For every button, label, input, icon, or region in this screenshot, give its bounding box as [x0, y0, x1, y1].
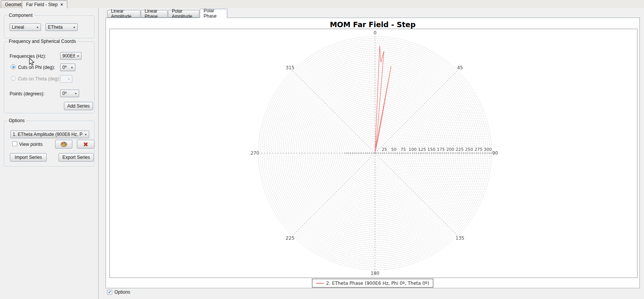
frequency-coords-group-title: Frequency and Spherical Coords [7, 39, 77, 44]
series-select[interactable]: 1. ETheta Amplitude (900E6 Hz, Phi 0º...… [10, 131, 89, 138]
series-color-button[interactable] [55, 140, 72, 149]
points-select[interactable]: 0º ▼ [60, 90, 79, 97]
options-toggle-row: ✓ Options [107, 289, 130, 295]
cuts-on-theta-select: ▼ [60, 75, 72, 83]
close-icon[interactable]: × [60, 2, 63, 7]
tab-polar-amplitude[interactable]: Polar Amplitude [168, 10, 199, 18]
chart-title: MOM Far Field - Step [106, 20, 639, 29]
svg-text:150: 150 [427, 147, 435, 152]
cuts-on-phi-select[interactable]: 0º ▼ [60, 64, 75, 71]
svg-text:50: 50 [391, 147, 396, 152]
options-checkbox-label: Options [114, 289, 130, 295]
options-checkbox[interactable]: ✓ [107, 290, 112, 295]
frequencies-label: Frequencies (Hz): [10, 54, 46, 59]
polar-chart: 2550751001251501752002252502753000459013… [110, 29, 637, 278]
svg-text:225: 225 [456, 147, 464, 152]
svg-text:75: 75 [401, 147, 406, 152]
svg-text:100: 100 [409, 147, 417, 152]
chart-area: Linear Amplitude Linear Phase Polar Ampl… [99, 8, 644, 299]
chevron-down-icon: ▼ [75, 55, 81, 57]
chevron-down-icon: ▼ [66, 78, 72, 80]
frequencies-select[interactable]: 900E6 ▼ [60, 52, 82, 60]
svg-text:275: 275 [474, 147, 483, 152]
view-points-checkbox[interactable] [12, 141, 17, 146]
chevron-down-icon: ▼ [69, 66, 75, 69]
component-type-select[interactable]: Lineal ▼ [10, 23, 41, 31]
svg-text:225: 225 [286, 235, 295, 241]
svg-text:25: 25 [382, 147, 387, 152]
cuts-on-phi-label: Cuts on Phi (deg): [18, 65, 55, 70]
export-series-button[interactable]: Export Series [59, 153, 94, 162]
svg-text:45: 45 [457, 65, 463, 70]
svg-text:175: 175 [437, 147, 445, 152]
frequency-coords-group: Frequency and Spherical Coords Frequenci… [4, 41, 95, 113]
svg-text:300: 300 [484, 147, 492, 152]
options-group-title: Options [7, 118, 26, 123]
points-label: Points (degrees): [10, 91, 44, 96]
svg-text:180: 180 [371, 271, 380, 276]
chevron-down-icon: ▼ [71, 26, 77, 29]
svg-text:270: 270 [251, 150, 259, 156]
chevron-down-icon: ▼ [83, 133, 89, 136]
cuts-on-phi-radio[interactable] [11, 64, 16, 69]
polar-plot-frame: 2550751001251501752002252502753000459013… [109, 29, 637, 278]
svg-text:315: 315 [286, 65, 295, 70]
svg-text:250: 250 [465, 147, 473, 152]
add-series-button[interactable]: Add Series [64, 102, 93, 110]
svg-text:90: 90 [492, 150, 498, 156]
legend-line-swatch [316, 283, 324, 284]
svg-text:125: 125 [418, 147, 426, 152]
component-group-title: Component [7, 13, 34, 18]
delete-series-button[interactable] [77, 140, 95, 149]
tab-polar-phase[interactable]: Polar Phase [200, 9, 227, 18]
chart-page: MOM Far Field - Step 2550751001251501752… [106, 18, 640, 288]
legend: 2. ETheta Phase (900E6 Hz, Phi 0º, Theta… [312, 279, 433, 288]
chevron-down-icon: ▼ [73, 92, 79, 95]
component-field-select[interactable]: ETheta ▼ [46, 23, 78, 31]
component-group: Component Lineal ▼ ETheta ▼ [4, 15, 95, 38]
legend-label: 2. ETheta Phase (900E6 Hz, Phi 0º, Theta… [326, 281, 429, 286]
options-group: Options 1. ETheta Amplitude (900E6 Hz, P… [4, 121, 95, 167]
cuts-on-theta-label: Cuts on Theta (deg): [18, 76, 60, 82]
document-tab-bar: Geometry Far Field - Step × [0, 0, 644, 8]
delete-x-icon [83, 142, 88, 147]
svg-text:0: 0 [373, 30, 377, 36]
chevron-down-icon: ▼ [34, 26, 41, 29]
svg-text:200: 200 [446, 147, 454, 152]
tab-far-field-step-label: Far Field - Step [26, 2, 58, 7]
cuts-on-theta-radio[interactable] [11, 76, 16, 81]
tab-linear-amplitude[interactable]: Linear Amplitude [107, 10, 140, 18]
svg-text:135: 135 [456, 235, 465, 241]
view-points-label: View points [19, 142, 42, 147]
tab-linear-phase[interactable]: Linear Phase [141, 10, 168, 18]
import-series-button[interactable]: Import Series [10, 153, 47, 162]
palette-icon [60, 142, 67, 147]
sidebar: Component Lineal ▼ ETheta ▼ Frequency an… [0, 8, 99, 299]
tab-far-field-step[interactable]: Far Field - Step × [22, 0, 67, 8]
